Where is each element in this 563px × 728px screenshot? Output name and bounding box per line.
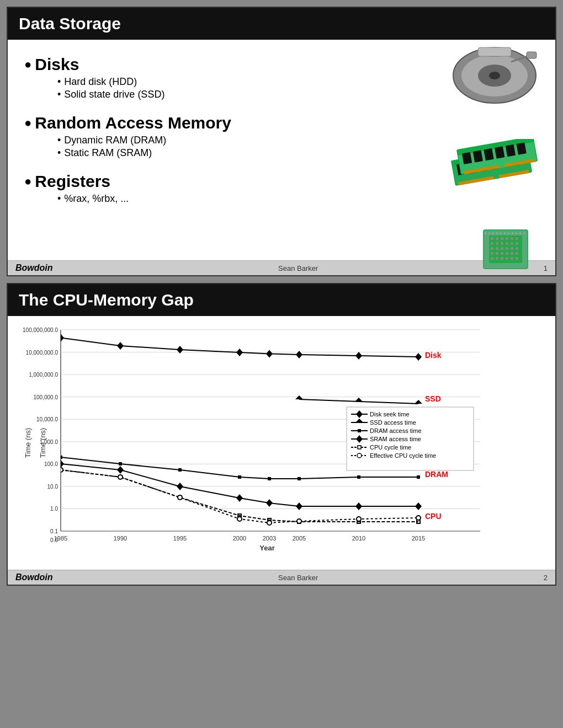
svg-rect-68 [516, 233, 517, 234]
svg-marker-111 [415, 353, 422, 361]
svg-point-148 [357, 517, 361, 521]
svg-rect-65 [504, 233, 506, 234]
svg-rect-69 [519, 233, 521, 234]
svg-rect-123 [357, 475, 360, 479]
svg-rect-49 [496, 252, 498, 255]
svg-rect-41 [516, 242, 518, 245]
svg-text:DRAM access time: DRAM access time [370, 427, 422, 434]
svg-marker-114 [355, 398, 363, 402]
svg-rect-159 [358, 429, 361, 432]
svg-rect-50 [501, 252, 503, 255]
slide1-images [445, 45, 539, 277]
svg-text:SRAM access time: SRAM access time [370, 436, 421, 442]
svg-text:2015: 2015 [412, 535, 425, 542]
svg-rect-48 [491, 252, 493, 255]
svg-rect-165 [358, 446, 361, 449]
slide2-footer: Bowdoin Sean Barker 2 [8, 570, 555, 585]
svg-text:2005: 2005 [293, 535, 306, 542]
svg-rect-60 [485, 233, 486, 234]
svg-rect-120 [238, 475, 241, 479]
svg-rect-63 [496, 233, 498, 234]
svg-marker-129 [236, 494, 243, 502]
svg-text:Effective CPU cycle time: Effective CPU cycle time [370, 452, 436, 459]
slide2-logo: Bowdoin [15, 572, 53, 582]
svg-point-142 [59, 468, 63, 472]
svg-text:100,000,000.0: 100,000,000.0 [23, 327, 58, 333]
svg-rect-54 [491, 257, 493, 260]
hdd-icon [450, 45, 539, 106]
svg-marker-110 [355, 352, 362, 360]
svg-marker-104 [57, 334, 64, 342]
svg-marker-105 [117, 342, 124, 350]
svg-text:1.0: 1.0 [50, 506, 58, 512]
slide1-page-num: 1 [544, 264, 548, 272]
svg-point-146 [267, 521, 272, 525]
svg-rect-35 [516, 237, 518, 240]
svg-text:2010: 2010 [352, 535, 365, 542]
slide1-header: Data Storage [8, 8, 555, 40]
svg-rect-33 [506, 237, 508, 240]
svg-text:1995: 1995 [173, 535, 187, 542]
svg-rect-56 [501, 257, 503, 260]
svg-rect-55 [496, 257, 498, 260]
svg-rect-59 [516, 257, 518, 260]
svg-rect-38 [501, 242, 503, 245]
svg-rect-121 [268, 477, 271, 480]
svg-text:SSD: SSD [425, 394, 441, 403]
svg-text:SSD access time: SSD access time [370, 419, 416, 426]
svg-text:0.1: 0.1 [50, 528, 58, 534]
svg-text:Year: Year [259, 544, 274, 552]
svg-rect-27 [498, 163, 504, 168]
svg-rect-30 [491, 237, 493, 240]
svg-rect-66 [508, 233, 509, 234]
svg-text:1,000.0: 1,000.0 [40, 439, 59, 445]
svg-point-147 [297, 519, 301, 523]
slide2-body: Time (ns) [8, 316, 555, 570]
svg-rect-52 [511, 252, 513, 255]
svg-rect-39 [506, 242, 508, 245]
svg-text:10,000.0: 10,000.0 [36, 416, 58, 422]
svg-rect-53 [516, 252, 518, 255]
svg-marker-108 [266, 350, 273, 358]
chart-svg: 0.1 1.0 10.0 100.0 1,000.0 10,000.0 100,… [22, 322, 519, 570]
svg-text:1,000,000.0: 1,000,000.0 [29, 372, 58, 378]
svg-text:2000: 2000 [233, 535, 246, 542]
svg-rect-61 [488, 233, 490, 234]
svg-point-143 [118, 475, 123, 479]
svg-rect-119 [178, 468, 182, 472]
ram-icon [445, 139, 539, 194]
svg-text:10.0: 10.0 [47, 484, 59, 490]
svg-marker-127 [117, 466, 124, 474]
svg-rect-122 [298, 477, 301, 480]
svg-rect-58 [511, 257, 513, 260]
slide2-header: The CPU-Memory Gap [8, 284, 555, 316]
svg-rect-43 [496, 247, 498, 250]
svg-point-149 [416, 516, 421, 520]
svg-marker-115 [415, 400, 422, 404]
svg-text:CPU cycle time: CPU cycle time [370, 444, 411, 451]
svg-rect-34 [511, 237, 513, 240]
svg-marker-133 [415, 502, 422, 510]
svg-rect-51 [506, 252, 508, 255]
svg-marker-131 [296, 502, 302, 510]
chart-container: Time (ns) [22, 322, 541, 564]
svg-rect-57 [506, 257, 508, 260]
svg-rect-7 [478, 47, 511, 56]
slide1-logo: Bowdoin [15, 263, 53, 273]
slide1-body: Disks Hard disk (HDD) Solid state drive … [8, 40, 555, 260]
svg-text:DRAM: DRAM [425, 470, 448, 479]
svg-text:100.0: 100.0 [44, 461, 58, 467]
svg-point-168 [357, 453, 362, 458]
svg-rect-46 [511, 247, 513, 250]
slide1-title: Data Storage [19, 14, 544, 33]
svg-text:100,000.0: 100,000.0 [34, 394, 59, 400]
svg-marker-109 [296, 351, 302, 358]
svg-rect-117 [59, 456, 62, 459]
slide1-footer-center: Sean Barker [278, 264, 318, 272]
svg-rect-47 [516, 247, 518, 250]
svg-point-3 [489, 72, 500, 79]
svg-rect-67 [512, 233, 513, 234]
svg-marker-126 [57, 460, 64, 468]
svg-text:Time (ns): Time (ns) [24, 428, 32, 458]
slide-2: The CPU-Memory Gap Time (ns) [7, 283, 556, 586]
